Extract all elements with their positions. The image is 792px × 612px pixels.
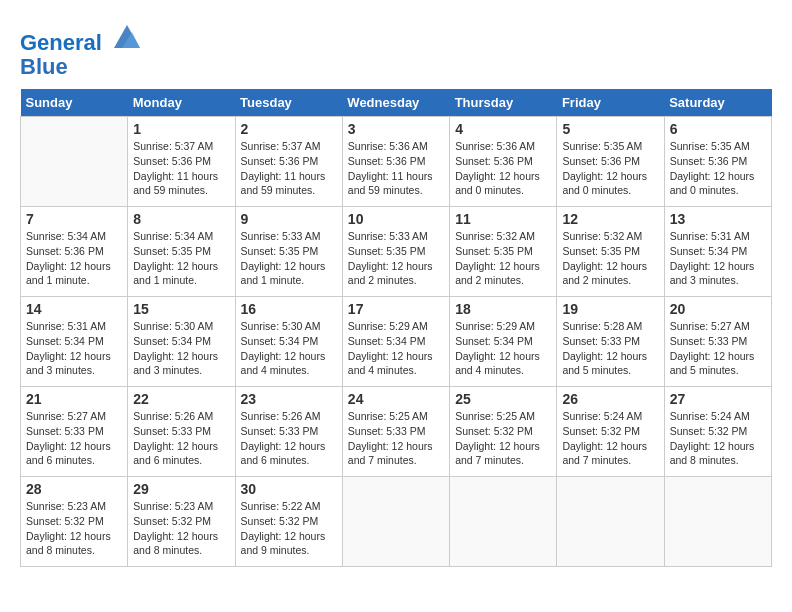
- day-info: Sunrise: 5:24 AM Sunset: 5:32 PM Dayligh…: [670, 409, 766, 468]
- calendar-cell: 7Sunrise: 5:34 AM Sunset: 5:36 PM Daylig…: [21, 207, 128, 297]
- day-number: 9: [241, 211, 337, 227]
- day-info: Sunrise: 5:26 AM Sunset: 5:33 PM Dayligh…: [241, 409, 337, 468]
- day-number: 4: [455, 121, 551, 137]
- day-info: Sunrise: 5:25 AM Sunset: 5:33 PM Dayligh…: [348, 409, 444, 468]
- calendar-cell: 1Sunrise: 5:37 AM Sunset: 5:36 PM Daylig…: [128, 117, 235, 207]
- calendar-cell: 2Sunrise: 5:37 AM Sunset: 5:36 PM Daylig…: [235, 117, 342, 207]
- calendar-cell: 3Sunrise: 5:36 AM Sunset: 5:36 PM Daylig…: [342, 117, 449, 207]
- day-info: Sunrise: 5:25 AM Sunset: 5:32 PM Dayligh…: [455, 409, 551, 468]
- day-number: 15: [133, 301, 229, 317]
- calendar-cell: [342, 477, 449, 567]
- calendar-cell: 11Sunrise: 5:32 AM Sunset: 5:35 PM Dayli…: [450, 207, 557, 297]
- day-info: Sunrise: 5:26 AM Sunset: 5:33 PM Dayligh…: [133, 409, 229, 468]
- day-info: Sunrise: 5:24 AM Sunset: 5:32 PM Dayligh…: [562, 409, 658, 468]
- day-number: 12: [562, 211, 658, 227]
- weekday-header: Sunday: [21, 89, 128, 117]
- day-info: Sunrise: 5:30 AM Sunset: 5:34 PM Dayligh…: [133, 319, 229, 378]
- weekday-header-row: SundayMondayTuesdayWednesdayThursdayFrid…: [21, 89, 772, 117]
- day-number: 29: [133, 481, 229, 497]
- weekday-header: Friday: [557, 89, 664, 117]
- week-row: 14Sunrise: 5:31 AM Sunset: 5:34 PM Dayli…: [21, 297, 772, 387]
- logo: General Blue: [20, 20, 142, 79]
- day-number: 20: [670, 301, 766, 317]
- calendar-cell: 6Sunrise: 5:35 AM Sunset: 5:36 PM Daylig…: [664, 117, 771, 207]
- calendar-cell: 28Sunrise: 5:23 AM Sunset: 5:32 PM Dayli…: [21, 477, 128, 567]
- calendar-cell: [21, 117, 128, 207]
- calendar-cell: 27Sunrise: 5:24 AM Sunset: 5:32 PM Dayli…: [664, 387, 771, 477]
- day-info: Sunrise: 5:36 AM Sunset: 5:36 PM Dayligh…: [455, 139, 551, 198]
- day-info: Sunrise: 5:34 AM Sunset: 5:36 PM Dayligh…: [26, 229, 122, 288]
- day-number: 21: [26, 391, 122, 407]
- page-header: General Blue: [20, 20, 772, 79]
- day-number: 7: [26, 211, 122, 227]
- calendar-cell: 9Sunrise: 5:33 AM Sunset: 5:35 PM Daylig…: [235, 207, 342, 297]
- day-number: 27: [670, 391, 766, 407]
- day-info: Sunrise: 5:33 AM Sunset: 5:35 PM Dayligh…: [241, 229, 337, 288]
- logo-general: General: [20, 30, 102, 55]
- calendar-cell: 14Sunrise: 5:31 AM Sunset: 5:34 PM Dayli…: [21, 297, 128, 387]
- day-number: 30: [241, 481, 337, 497]
- day-info: Sunrise: 5:35 AM Sunset: 5:36 PM Dayligh…: [562, 139, 658, 198]
- day-info: Sunrise: 5:36 AM Sunset: 5:36 PM Dayligh…: [348, 139, 444, 198]
- calendar-cell: 22Sunrise: 5:26 AM Sunset: 5:33 PM Dayli…: [128, 387, 235, 477]
- day-info: Sunrise: 5:33 AM Sunset: 5:35 PM Dayligh…: [348, 229, 444, 288]
- calendar-cell: 16Sunrise: 5:30 AM Sunset: 5:34 PM Dayli…: [235, 297, 342, 387]
- day-number: 11: [455, 211, 551, 227]
- day-number: 10: [348, 211, 444, 227]
- day-info: Sunrise: 5:32 AM Sunset: 5:35 PM Dayligh…: [562, 229, 658, 288]
- day-info: Sunrise: 5:32 AM Sunset: 5:35 PM Dayligh…: [455, 229, 551, 288]
- calendar-cell: 24Sunrise: 5:25 AM Sunset: 5:33 PM Dayli…: [342, 387, 449, 477]
- day-number: 2: [241, 121, 337, 137]
- day-info: Sunrise: 5:27 AM Sunset: 5:33 PM Dayligh…: [26, 409, 122, 468]
- day-info: Sunrise: 5:37 AM Sunset: 5:36 PM Dayligh…: [133, 139, 229, 198]
- day-info: Sunrise: 5:37 AM Sunset: 5:36 PM Dayligh…: [241, 139, 337, 198]
- day-info: Sunrise: 5:31 AM Sunset: 5:34 PM Dayligh…: [670, 229, 766, 288]
- calendar-cell: 12Sunrise: 5:32 AM Sunset: 5:35 PM Dayli…: [557, 207, 664, 297]
- week-row: 1Sunrise: 5:37 AM Sunset: 5:36 PM Daylig…: [21, 117, 772, 207]
- calendar-table: SundayMondayTuesdayWednesdayThursdayFrid…: [20, 89, 772, 567]
- day-info: Sunrise: 5:31 AM Sunset: 5:34 PM Dayligh…: [26, 319, 122, 378]
- day-number: 23: [241, 391, 337, 407]
- weekday-header: Tuesday: [235, 89, 342, 117]
- calendar-cell: 8Sunrise: 5:34 AM Sunset: 5:35 PM Daylig…: [128, 207, 235, 297]
- calendar-cell: 4Sunrise: 5:36 AM Sunset: 5:36 PM Daylig…: [450, 117, 557, 207]
- day-info: Sunrise: 5:28 AM Sunset: 5:33 PM Dayligh…: [562, 319, 658, 378]
- calendar-cell: 30Sunrise: 5:22 AM Sunset: 5:32 PM Dayli…: [235, 477, 342, 567]
- day-number: 14: [26, 301, 122, 317]
- calendar-cell: 17Sunrise: 5:29 AM Sunset: 5:34 PM Dayli…: [342, 297, 449, 387]
- day-number: 6: [670, 121, 766, 137]
- day-number: 22: [133, 391, 229, 407]
- day-info: Sunrise: 5:23 AM Sunset: 5:32 PM Dayligh…: [133, 499, 229, 558]
- calendar-cell: 29Sunrise: 5:23 AM Sunset: 5:32 PM Dayli…: [128, 477, 235, 567]
- weekday-header: Saturday: [664, 89, 771, 117]
- day-info: Sunrise: 5:22 AM Sunset: 5:32 PM Dayligh…: [241, 499, 337, 558]
- calendar-cell: 18Sunrise: 5:29 AM Sunset: 5:34 PM Dayli…: [450, 297, 557, 387]
- weekday-header: Thursday: [450, 89, 557, 117]
- day-info: Sunrise: 5:30 AM Sunset: 5:34 PM Dayligh…: [241, 319, 337, 378]
- day-info: Sunrise: 5:29 AM Sunset: 5:34 PM Dayligh…: [455, 319, 551, 378]
- day-number: 3: [348, 121, 444, 137]
- day-number: 1: [133, 121, 229, 137]
- day-info: Sunrise: 5:27 AM Sunset: 5:33 PM Dayligh…: [670, 319, 766, 378]
- day-number: 5: [562, 121, 658, 137]
- day-info: Sunrise: 5:34 AM Sunset: 5:35 PM Dayligh…: [133, 229, 229, 288]
- day-number: 26: [562, 391, 658, 407]
- week-row: 28Sunrise: 5:23 AM Sunset: 5:32 PM Dayli…: [21, 477, 772, 567]
- logo-icon: [112, 20, 142, 50]
- day-number: 18: [455, 301, 551, 317]
- day-number: 8: [133, 211, 229, 227]
- calendar-cell: 15Sunrise: 5:30 AM Sunset: 5:34 PM Dayli…: [128, 297, 235, 387]
- calendar-cell: 25Sunrise: 5:25 AM Sunset: 5:32 PM Dayli…: [450, 387, 557, 477]
- day-number: 19: [562, 301, 658, 317]
- day-number: 17: [348, 301, 444, 317]
- calendar-cell: 10Sunrise: 5:33 AM Sunset: 5:35 PM Dayli…: [342, 207, 449, 297]
- week-row: 7Sunrise: 5:34 AM Sunset: 5:36 PM Daylig…: [21, 207, 772, 297]
- weekday-header: Monday: [128, 89, 235, 117]
- calendar-cell: 23Sunrise: 5:26 AM Sunset: 5:33 PM Dayli…: [235, 387, 342, 477]
- day-number: 24: [348, 391, 444, 407]
- day-info: Sunrise: 5:23 AM Sunset: 5:32 PM Dayligh…: [26, 499, 122, 558]
- calendar-cell: 19Sunrise: 5:28 AM Sunset: 5:33 PM Dayli…: [557, 297, 664, 387]
- day-number: 25: [455, 391, 551, 407]
- day-number: 13: [670, 211, 766, 227]
- calendar-cell: [450, 477, 557, 567]
